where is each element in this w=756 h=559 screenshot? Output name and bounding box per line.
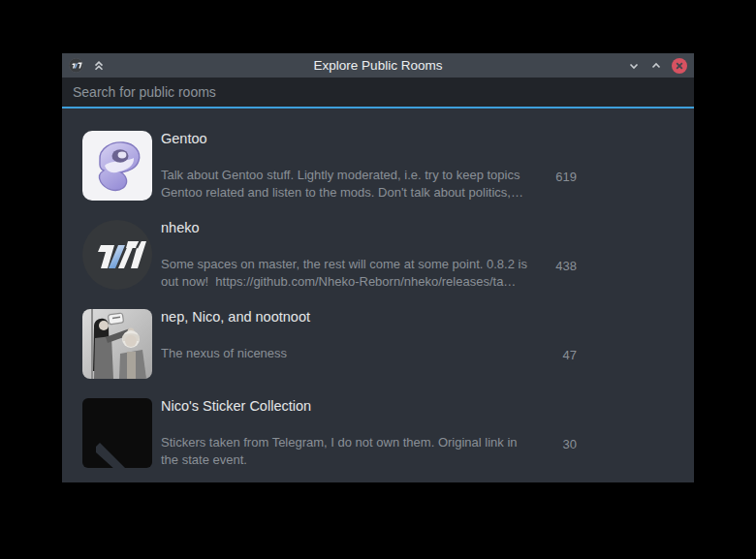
room-row[interactable]: Gentoo Talk about Gentoo stuff. Lightly …: [62, 121, 694, 210]
room-avatar-manga-photo: [82, 309, 152, 379]
room-topic-line: Gentoo related and listen to the mods. D…: [161, 184, 547, 202]
room-row[interactable]: Nico's Sticker Collection Stickers taken…: [62, 388, 694, 478]
member-count: 619: [542, 169, 577, 186]
room-name: Nico's Sticker Collection: [161, 396, 311, 416]
search-bar: [62, 78, 694, 109]
room-topic: Stickers taken from Telegram, I do not o…: [161, 434, 547, 469]
room-name: nheko: [161, 218, 200, 237]
room-name: Gentoo: [161, 129, 207, 148]
room-row[interactable]: nep, Nico, and nootnoot The nexus of nic…: [62, 299, 694, 388]
titlebar[interactable]: Explore Public Rooms: [62, 53, 694, 78]
room-topic-line: Stickers taken from Telegram, I do not o…: [161, 434, 547, 451]
close-x-icon: [672, 58, 687, 74]
member-count: 47: [542, 347, 577, 364]
maximize-button[interactable]: [649, 59, 663, 73]
room-row[interactable]: nheko Some spaces on master, the rest wi…: [62, 210, 694, 299]
room-avatar-gentoo-logo: [82, 131, 152, 201]
chevron-up-icon: [653, 64, 660, 68]
room-topic-line: the state event.: [161, 451, 547, 469]
minimize-button[interactable]: [627, 59, 641, 73]
room-name: nep, Nico, and nootnoot: [161, 307, 310, 326]
room-topic: Some spaces on master, the rest will com…: [161, 256, 547, 291]
explore-public-rooms-window: Explore Public Rooms: [62, 53, 694, 482]
room-topic: The nexus of niceness: [161, 345, 547, 362]
member-count: 30: [542, 436, 577, 453]
keep-above-icon[interactable]: [92, 59, 106, 73]
room-avatar-nheko-logo: [82, 220, 152, 290]
room-topic-line: Talk about Gentoo stuff. Lightly moderat…: [161, 167, 547, 184]
nheko-logo-icon[interactable]: [69, 58, 83, 73]
search-input[interactable]: [62, 78, 694, 107]
room-topic-line: out now! https://github.com/Nheko-Reborn…: [161, 273, 547, 291]
room-topic: Talk about Gentoo stuff. Lightly moderat…: [161, 167, 547, 202]
room-list: Gentoo Talk about Gentoo stuff. Lightly …: [62, 109, 694, 482]
window-title: Explore Public Rooms: [62, 58, 694, 73]
member-count: 438: [542, 258, 577, 275]
room-topic-line: The nexus of niceness: [161, 345, 547, 362]
close-button[interactable]: [672, 58, 687, 74]
room-avatar-black-sticker: [82, 398, 152, 468]
chevron-down-icon: [631, 64, 638, 68]
room-topic-line: Some spaces on master, the rest will com…: [161, 256, 547, 273]
